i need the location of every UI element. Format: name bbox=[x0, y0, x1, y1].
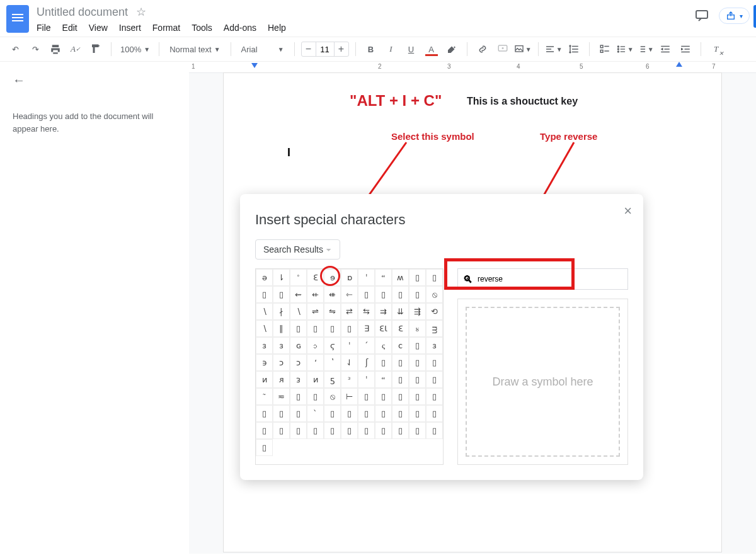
character-cell[interactable]: ᴕ bbox=[409, 320, 426, 337]
share-button[interactable]: ▾ bbox=[719, 8, 750, 24]
character-cell[interactable]: ⇶ bbox=[409, 303, 426, 320]
document-title[interactable]: Untitled document bbox=[37, 6, 128, 19]
character-cell[interactable]: ⦸ bbox=[426, 286, 443, 303]
character-cell[interactable]: ∃ bbox=[358, 320, 375, 337]
highlight-button[interactable] bbox=[443, 40, 461, 58]
increase-indent-button[interactable] bbox=[677, 40, 694, 58]
insert-image-button[interactable]: ▼ bbox=[514, 40, 532, 58]
paragraph-style-select[interactable]: Normal text▼ bbox=[166, 45, 224, 54]
character-cell[interactable]: ᴙ bbox=[273, 371, 290, 388]
checklist-button[interactable] bbox=[596, 40, 614, 58]
character-cell[interactable]: ϛ bbox=[324, 337, 341, 354]
character-cell[interactable]: ⇃ bbox=[341, 354, 358, 371]
character-cell[interactable]: ▯ bbox=[375, 405, 392, 422]
character-cell[interactable]: ▯ bbox=[358, 405, 375, 422]
character-cell[interactable]: ▯ bbox=[409, 371, 426, 388]
character-cell[interactable]: ▯ bbox=[426, 269, 443, 286]
character-cell[interactable]: ϶ bbox=[256, 354, 273, 371]
character-cell[interactable]: ⇉ bbox=[375, 303, 392, 320]
character-cell[interactable]: ˚ bbox=[290, 269, 307, 286]
character-cell[interactable]: ˈ bbox=[358, 371, 375, 388]
character-cell[interactable]: ▯ bbox=[426, 422, 443, 439]
clear-formatting-button[interactable]: T✕ bbox=[707, 40, 725, 58]
character-cell[interactable]: ▯ bbox=[375, 286, 392, 303]
redo-button[interactable]: ↷ bbox=[26, 40, 44, 58]
spellcheck-button[interactable]: A✓ bbox=[67, 40, 84, 58]
character-cell[interactable]: ∥ bbox=[273, 320, 290, 337]
character-cell[interactable]: ▯ bbox=[426, 371, 443, 388]
character-cell[interactable]: ⇜ bbox=[290, 286, 307, 303]
character-cell[interactable]: ⇺ bbox=[324, 286, 341, 303]
menu-file[interactable]: File bbox=[37, 23, 51, 33]
character-cell[interactable]: ▯ bbox=[290, 422, 307, 439]
right-indent-marker-icon[interactable] bbox=[676, 62, 682, 67]
character-cell[interactable]: ▯ bbox=[341, 320, 358, 337]
character-cell[interactable]: ▯ bbox=[409, 354, 426, 371]
ruler[interactable]: 1 2 3 4 5 6 7 bbox=[189, 62, 756, 73]
decrease-indent-button[interactable] bbox=[656, 40, 674, 58]
menu-view[interactable]: View bbox=[89, 23, 108, 33]
character-search-input[interactable] bbox=[478, 275, 622, 283]
bold-button[interactable]: B bbox=[362, 40, 380, 58]
character-cell[interactable]: ⇊ bbox=[392, 303, 409, 320]
character-cell[interactable]: ⊢ bbox=[341, 388, 358, 405]
character-cell[interactable]: ▯ bbox=[392, 405, 409, 422]
zoom-select[interactable]: 100%▼ bbox=[118, 45, 152, 54]
menu-help[interactable]: Help bbox=[268, 23, 286, 33]
character-cell[interactable]: ▯ bbox=[273, 422, 290, 439]
character-cell[interactable]: ∖ bbox=[256, 303, 273, 320]
bulleted-list-button[interactable]: ▼ bbox=[616, 40, 634, 58]
character-cell[interactable]: ▯ bbox=[358, 286, 375, 303]
character-cell[interactable]: ⇷ bbox=[307, 286, 324, 303]
character-cell[interactable]: ∤ bbox=[273, 303, 290, 320]
character-cell[interactable]: ▯ bbox=[426, 405, 443, 422]
character-cell[interactable]: ˈ bbox=[358, 269, 375, 286]
character-cell[interactable]: ∖ bbox=[290, 303, 307, 320]
page[interactable]: "ALT + I + C" This is a shouctuct key Se… bbox=[224, 73, 721, 552]
underline-button[interactable]: U bbox=[403, 40, 420, 58]
character-cell[interactable]: ▯ bbox=[256, 286, 273, 303]
print-button[interactable] bbox=[47, 40, 64, 58]
character-cell[interactable]: ƽ bbox=[324, 371, 341, 388]
character-cell[interactable]: ▯ bbox=[426, 388, 443, 405]
indent-marker-icon[interactable] bbox=[251, 63, 258, 68]
character-cell[interactable]: ɜ bbox=[273, 337, 290, 354]
character-cell[interactable]: ▯ bbox=[375, 422, 392, 439]
character-cell[interactable]: ▯ bbox=[256, 439, 273, 456]
character-cell[interactable]: ˋ bbox=[307, 405, 324, 422]
menu-insert[interactable]: Insert bbox=[119, 23, 141, 33]
character-cell[interactable]: ▯ bbox=[290, 320, 307, 337]
character-cell[interactable]: ⇆ bbox=[358, 303, 375, 320]
character-cell[interactable]: ▯ bbox=[341, 405, 358, 422]
character-cell[interactable]: “ bbox=[375, 371, 392, 388]
menu-format[interactable]: Format bbox=[152, 23, 180, 33]
character-cell[interactable]: ▯ bbox=[409, 405, 426, 422]
character-cell[interactable]: ə bbox=[256, 269, 273, 286]
character-cell[interactable]: ˈ bbox=[341, 337, 358, 354]
character-cell[interactable]: ▯ bbox=[290, 405, 307, 422]
close-icon[interactable]: × bbox=[624, 203, 632, 219]
character-cell[interactable]: ▯ bbox=[307, 388, 324, 405]
character-cell[interactable]: ▯ bbox=[375, 388, 392, 405]
menu-edit[interactable]: Edit bbox=[62, 23, 77, 33]
character-cell[interactable]: ⇋ bbox=[324, 303, 341, 320]
character-cell[interactable]: ɔ bbox=[290, 354, 307, 371]
character-cell[interactable]: ɘ bbox=[324, 269, 341, 286]
comments-icon[interactable] bbox=[694, 8, 710, 24]
undo-button[interactable]: ↶ bbox=[6, 40, 24, 58]
character-cell[interactable]: ≂ bbox=[273, 388, 290, 405]
character-cell[interactable]: ς bbox=[375, 337, 392, 354]
character-cell[interactable]: ᴈ bbox=[290, 371, 307, 388]
character-cell[interactable]: ▯ bbox=[409, 337, 426, 354]
character-cell[interactable]: ᴎ bbox=[307, 371, 324, 388]
character-cell[interactable]: ▯ bbox=[256, 422, 273, 439]
character-cell[interactable]: ▯ bbox=[273, 286, 290, 303]
character-cell[interactable]: ▯ bbox=[392, 354, 409, 371]
character-cell[interactable]: Ɛ bbox=[392, 320, 409, 337]
align-button[interactable]: ▼ bbox=[545, 40, 563, 58]
character-cell[interactable]: ▯ bbox=[358, 422, 375, 439]
character-cell[interactable]: ▯ bbox=[375, 354, 392, 371]
character-cell[interactable]: ▯ bbox=[324, 320, 341, 337]
numbered-list-button[interactable]: ▼ bbox=[636, 40, 654, 58]
character-cell[interactable]: “ bbox=[375, 269, 392, 286]
